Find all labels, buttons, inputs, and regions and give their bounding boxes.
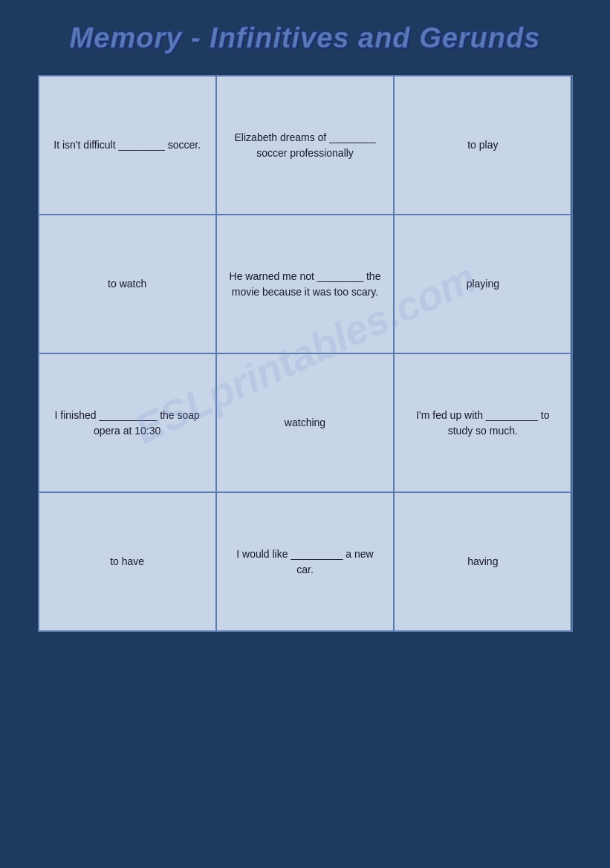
cell-r1c1: It isn't difficult ________ soccer. [39, 76, 217, 214]
page-title: Memory - Infinitives and Gerunds [70, 22, 541, 54]
cell-r1c3: to play [395, 76, 571, 214]
cell-r3c2: watching [217, 354, 395, 492]
grid-row-3: I finished __________ the soap opera at … [39, 354, 571, 493]
cell-r2c2: He warned me not ________ the movie beca… [217, 215, 395, 353]
cell-r2c3: playing [395, 215, 571, 353]
cell-r2c1: to watch [39, 215, 217, 353]
cell-r3c1: I finished __________ the soap opera at … [39, 354, 217, 492]
cell-r4c3: having [395, 493, 571, 630]
cell-r3c3: I'm fed up with _________ to study so mu… [395, 354, 571, 492]
grid-row-4: to haveI would like _________ a new car.… [39, 493, 571, 630]
cell-r1c2: Elizabeth dreams of ________ soccer prof… [217, 76, 395, 214]
cell-r4c1: to have [39, 493, 217, 630]
grid-row-1: It isn't difficult ________ soccer.Eliza… [39, 76, 571, 215]
grid-row-2: to watchHe warned me not ________ the mo… [39, 215, 571, 354]
grid-wrapper: ESLprintables.com It isn't difficult ___… [38, 75, 573, 632]
cell-r4c2: I would like _________ a new car. [217, 493, 395, 630]
memory-grid: It isn't difficult ________ soccer.Eliza… [38, 75, 573, 632]
